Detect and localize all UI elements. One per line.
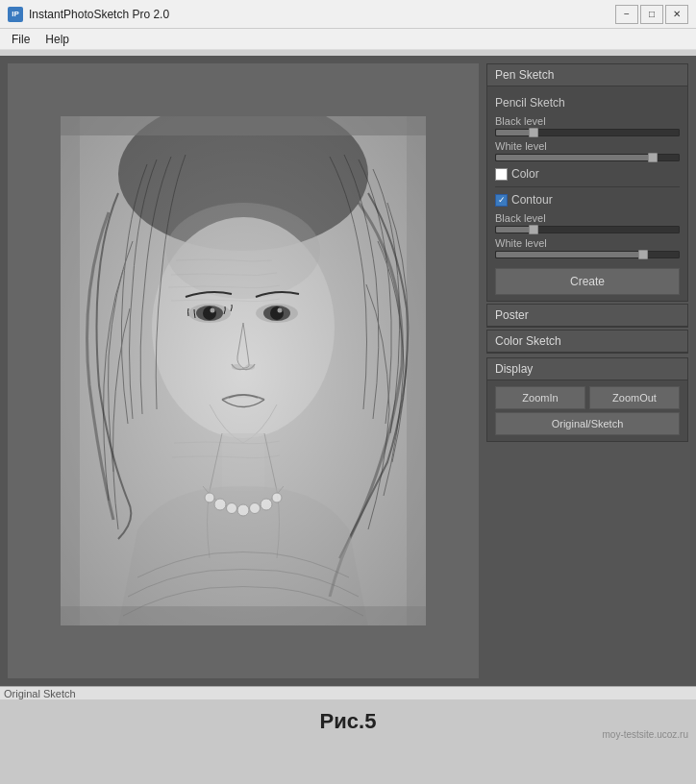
caption-area: Рис.5	[0, 699, 696, 744]
black-level-thumb[interactable]	[529, 128, 538, 137]
black-level-track[interactable]	[495, 129, 680, 136]
menu-help[interactable]: Help	[37, 31, 77, 48]
svg-rect-26	[407, 116, 426, 625]
title-bar: IP InstantPhotoSketch Pro 2.0 − □ ✕	[0, 0, 696, 29]
contour-white-level-row: White level	[495, 237, 680, 258]
zoom-buttons-row: ZoomIn ZoomOut	[495, 386, 680, 409]
color-sketch-section: Color Sketch	[486, 330, 688, 354]
contour-white-level-thumb[interactable]	[638, 250, 648, 259]
poster-header: Poster	[487, 305, 687, 327]
black-level-fill	[496, 130, 533, 135]
divider-1	[495, 186, 680, 187]
right-panel: Pen Sketch Pencil Sketch Black level Whi…	[486, 63, 688, 678]
contour-checkbox-row[interactable]: ✓ Contour	[495, 193, 680, 207]
sketch-image	[61, 116, 426, 625]
contour-black-level-thumb[interactable]	[529, 225, 538, 234]
white-level-track[interactable]	[495, 154, 680, 161]
pen-sketch-header: Pen Sketch	[487, 64, 687, 86]
white-level-label: White level	[495, 140, 680, 152]
maximize-button[interactable]: □	[640, 5, 663, 24]
contour-white-level-track[interactable]	[495, 251, 680, 258]
black-level-slider-row: Black level	[495, 115, 680, 136]
main-area: Pen Sketch Pencil Sketch Black level Whi…	[0, 56, 696, 686]
pen-sketch-section: Pen Sketch Pencil Sketch Black level Whi…	[486, 63, 688, 302]
pencil-sketch-subheader: Pencil Sketch	[495, 92, 680, 111]
watermark: moy-testsite.ucoz.ru	[603, 729, 688, 740]
white-level-slider-row: White level	[495, 140, 680, 161]
window-controls: − □ ✕	[615, 5, 688, 24]
svg-rect-22	[61, 116, 426, 625]
display-header: Display	[487, 358, 687, 380]
canvas-area	[8, 63, 479, 678]
contour-checkbox[interactable]: ✓	[495, 194, 508, 207]
color-checkbox-label: Color	[511, 167, 539, 181]
contour-checkmark: ✓	[498, 195, 506, 205]
menu-bar: File Help	[0, 29, 696, 50]
contour-black-level-row: Black level	[495, 212, 680, 233]
contour-black-level-fill	[496, 227, 533, 233]
contour-black-level-label: Black level	[495, 212, 680, 224]
pen-sketch-content: Pencil Sketch Black level White level	[487, 86, 687, 301]
color-checkbox[interactable]	[495, 168, 508, 181]
display-section: Display ZoomIn ZoomOut Original/Sketch	[486, 357, 688, 442]
caption-text: Рис.5	[320, 709, 377, 733]
white-level-fill	[496, 155, 652, 160]
status-bar: Original Sketch	[0, 686, 696, 699]
menu-file[interactable]: File	[4, 31, 37, 48]
svg-rect-23	[61, 116, 426, 135]
svg-rect-24	[61, 606, 426, 625]
portrait-svg	[61, 116, 426, 625]
app-icon: IP	[8, 7, 23, 22]
zoom-in-button[interactable]: ZoomIn	[495, 386, 585, 409]
black-level-label: Black level	[495, 115, 680, 127]
display-buttons: ZoomIn ZoomOut Original/Sketch	[487, 380, 687, 441]
create-button[interactable]: Create	[495, 268, 680, 295]
color-checkbox-row[interactable]: Color	[495, 167, 680, 181]
zoom-out-button[interactable]: ZoomOut	[589, 386, 680, 409]
contour-checkbox-label: Contour	[511, 193, 553, 207]
app-title: InstantPhotoSketch Pro 2.0	[29, 8, 615, 21]
caption-container: Рис.5 moy-testsite.ucoz.ru	[0, 699, 696, 744]
svg-rect-25	[61, 116, 80, 625]
contour-white-level-fill	[496, 252, 642, 257]
original-sketch-label: Original Sketch	[4, 688, 76, 699]
color-sketch-header: Color Sketch	[487, 331, 687, 353]
original-sketch-button[interactable]: Original/Sketch	[495, 412, 680, 435]
contour-black-level-track[interactable]	[495, 226, 680, 233]
minimize-button[interactable]: −	[615, 5, 638, 24]
poster-section: Poster	[486, 304, 688, 328]
contour-white-level-label: White level	[495, 237, 680, 249]
close-button[interactable]: ✕	[665, 5, 688, 24]
white-level-thumb[interactable]	[648, 153, 658, 162]
